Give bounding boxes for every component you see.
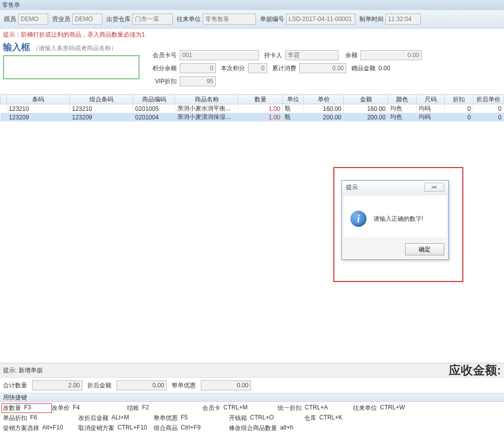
totqty-label: 合计数量 xyxy=(3,381,27,390)
shortcut-key: Alt+F10 xyxy=(42,424,63,432)
time-label: 制单时间 xyxy=(359,15,384,24)
shortcut-name: 改折后金额 xyxy=(78,414,108,422)
shortcut-name: 开钱箱 xyxy=(229,414,247,422)
shortcut-item[interactable]: 开钱箱CTRL+O xyxy=(229,414,304,422)
clerk-input[interactable] xyxy=(18,14,48,25)
shortcut-name: 整单优惠 xyxy=(154,414,178,422)
warehouse-input[interactable] xyxy=(133,14,173,25)
column-header[interactable]: 组合条码 xyxy=(70,95,133,104)
close-icon[interactable] xyxy=(424,183,444,192)
dialog-titlebar: 提示 xyxy=(342,181,448,194)
shortcut-item[interactable]: 统一折扣CTRL+A xyxy=(278,404,353,412)
billno-label: 单据编号 xyxy=(260,15,284,24)
shortcut-item[interactable]: 改单价F4 xyxy=(52,404,127,412)
holder-input[interactable] xyxy=(285,50,338,60)
time-input[interactable] xyxy=(386,14,421,25)
sales-label: 营业员 xyxy=(52,15,70,24)
cumul-input[interactable] xyxy=(299,63,346,73)
totals-bar: 合计数量 折后金额 整单优惠 xyxy=(0,377,504,393)
shortcut-name: 往来单位 xyxy=(353,404,377,412)
barcode-input[interactable] xyxy=(3,55,140,79)
sales-input[interactable] xyxy=(72,14,102,25)
shortcut-header: 用快捷键 xyxy=(0,393,504,402)
dialog-highlight-box: 提示 i 请输入正确的数字! 确定 xyxy=(333,167,463,282)
inputbox-subtitle: （请输入条形码或者商品名称） xyxy=(33,45,117,52)
billno-input[interactable] xyxy=(286,14,355,25)
dialog-title: 提示 xyxy=(346,183,358,192)
status-text: 提示: 新增单据 xyxy=(3,366,43,375)
tip-line: 提示：阶梯打折或让利的商品，录入商品数量必须为1 xyxy=(0,29,504,41)
inputbox-title-text: 输入框 xyxy=(3,42,30,52)
aftamt-input[interactable] xyxy=(116,380,167,390)
card-input[interactable] xyxy=(180,50,259,60)
window-title: 零售单 xyxy=(2,2,20,9)
shortcut-key: F5 xyxy=(181,414,188,422)
window-titlebar: 零售单 xyxy=(0,0,504,10)
member-panel: 会员卡号 持卡人 余额 积分余额 本次积分 累计消费 赠品金额 0.00 VIP… xyxy=(149,41,501,89)
shortcut-item[interactable]: 取消促销方案CTRL+F10 xyxy=(78,424,154,432)
column-header[interactable]: 单位 xyxy=(283,95,304,104)
column-header[interactable] xyxy=(1,95,7,104)
shortcut-name: 修改组合商品数量 xyxy=(229,424,277,432)
column-header[interactable]: 尺码 xyxy=(416,95,445,104)
shortcut-name: 仓库 xyxy=(304,414,316,422)
shortcut-item[interactable]: 整单优惠F5 xyxy=(154,414,229,422)
card-label: 会员卡号 xyxy=(149,51,177,60)
column-header[interactable]: 商品编码 xyxy=(133,95,175,104)
table-row[interactable]: 1232101232100201005亲润小麦水润平衡...1.00瓶160.0… xyxy=(1,104,504,113)
warehouse-label: 出货仓库 xyxy=(106,15,131,24)
shortcut-item[interactable]: 促销方案选择Alt+F10 xyxy=(3,424,78,432)
shortcut-key: F2 xyxy=(142,404,149,412)
shortcut-item[interactable]: 改数量F3 xyxy=(2,403,52,413)
totqty-input[interactable] xyxy=(32,380,82,390)
shortcut-name: 取消促销方案 xyxy=(78,424,114,432)
ptsnow-input[interactable] xyxy=(248,63,267,73)
shortcut-name: 改单价 xyxy=(52,404,70,412)
shortcut-item[interactable]: 修改组合商品数量alt+h xyxy=(229,424,304,432)
alert-dialog: 提示 i 请输入正确的数字! 确定 xyxy=(341,180,449,260)
inputbox-title: 输入框 （请输入条形码或者商品名称） xyxy=(3,41,149,53)
dialog-message: 请输入正确的数字! xyxy=(373,215,423,223)
shortcut-item[interactable]: 会员卡CTRL+M xyxy=(202,404,278,412)
customer-label: 往来单位 xyxy=(177,15,201,24)
receivable-label: 应收金额: xyxy=(449,362,501,378)
shortcut-key: CTRL+M xyxy=(223,404,247,412)
shortcut-key: F4 xyxy=(73,404,80,412)
shortcut-key: CTRL+W xyxy=(380,404,405,412)
ptsbal-label: 积分余额 xyxy=(149,64,177,73)
column-header[interactable]: 数量 xyxy=(238,95,283,104)
shortcut-key: F6 xyxy=(30,414,37,422)
balance-input[interactable] xyxy=(360,50,422,60)
ptsnow-label: 本次积分 xyxy=(219,64,245,73)
column-header[interactable]: 条码 xyxy=(7,95,70,104)
shortcut-key: F3 xyxy=(24,404,31,412)
column-header[interactable]: 折后单价 xyxy=(473,95,504,104)
shortcut-item[interactable]: 单品折扣F6 xyxy=(3,414,78,422)
vip-input[interactable] xyxy=(180,76,216,86)
vip-label: VIP折扣 xyxy=(149,77,177,86)
shortcut-item[interactable]: 结账F2 xyxy=(127,404,202,412)
shortcut-key: CTRL+K xyxy=(319,414,342,422)
table-row[interactable]: 1232091232090201004亲润小麦清润保湿...1.00瓶200.0… xyxy=(1,113,504,121)
ok-button[interactable]: 确定 xyxy=(405,243,444,255)
shortcut-name: 单品折扣 xyxy=(3,414,27,422)
shortcut-key: ALt+M xyxy=(111,414,129,422)
shortcut-name: 统一折扣 xyxy=(278,404,302,412)
column-header[interactable]: 颜色 xyxy=(388,95,417,104)
top-toolbar: 跟员 营业员 出货仓库 往来单位 单据编号 制单时间 xyxy=(0,10,504,29)
shortcut-key: CTRL+F10 xyxy=(117,424,147,432)
shortcut-item[interactable]: 往来单位CTRL+W xyxy=(353,404,428,412)
column-header[interactable]: 单价 xyxy=(304,95,344,104)
column-header[interactable]: 折扣 xyxy=(445,95,473,104)
status-bar: 提示: 新增单据 应收金额: xyxy=(0,363,504,377)
shortcut-item[interactable]: 组合商品Ctrl+F9 xyxy=(154,424,229,432)
column-header[interactable]: 商品名称 xyxy=(175,95,238,104)
balance-label: 余额 xyxy=(341,51,357,60)
column-header[interactable]: 金额 xyxy=(343,95,388,104)
customer-input[interactable] xyxy=(203,14,256,25)
shortcut-item[interactable]: 仓库CTRL+K xyxy=(304,414,380,422)
items-grid[interactable]: 条码组合条码商品编码商品名称数量单位单价金额颜色尺码折扣折后单价 1232101… xyxy=(0,94,504,121)
wholedisc-input[interactable] xyxy=(201,380,251,390)
shortcut-item[interactable]: 改折后金额ALt+M xyxy=(78,414,154,422)
ptsbal-input[interactable] xyxy=(180,63,216,73)
